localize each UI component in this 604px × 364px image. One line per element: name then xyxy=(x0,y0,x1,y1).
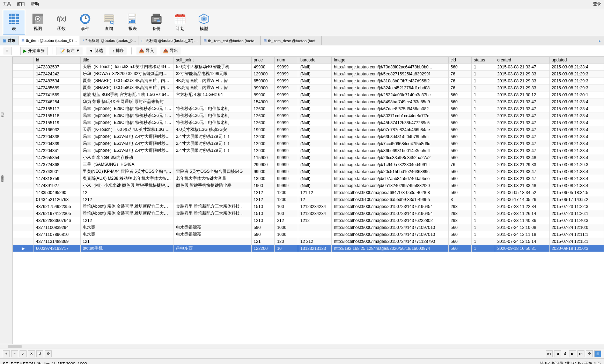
cell-id: 1473155119 xyxy=(34,119,81,126)
cell-updated: 2015-03-08 21:29:3 xyxy=(550,77,604,84)
cell-status: 1 xyxy=(472,175,495,182)
export-button[interactable]: 📤 导出 xyxy=(160,47,181,55)
table-row[interactable]: 1473204338 易丰（Ephone）E61V-B 电 2.4寸大屏限时秒杀… xyxy=(13,133,604,140)
menu-window[interactable]: 窗口 xyxy=(17,1,25,7)
table-row[interactable]: 1472741569 魅族 魅蓝 8GB手机 官方标配 4 核 1.5GHz 6… xyxy=(13,91,604,98)
menu-toggle-button[interactable]: ≡ xyxy=(3,47,12,55)
login-button[interactable]: 登录 xyxy=(593,1,601,7)
tab-untitled-1-label: * 无标题 @taotao (taotao_0... xyxy=(86,38,136,43)
tab-tb-item[interactable]: ⊞ tb_item @taotao (taotao_07... xyxy=(19,36,80,45)
toolbar-query[interactable]: 查询 xyxy=(98,10,120,35)
menu-tools[interactable]: 工具 xyxy=(3,1,11,7)
table-row[interactable]: 1473166932 天语（K-Touch）T60 移动 4.0英寸双核1.3G… xyxy=(13,126,604,133)
col-price[interactable]: price xyxy=(251,57,275,64)
row-indicator xyxy=(13,238,34,245)
table-body: 1472392597 天语（K-Touch）tou ch3 5.0英寸四核移动4… xyxy=(13,64,604,252)
table-row[interactable]: 1472746254 华为 荣耀 畅玩4X 全网通版 原封正品未折封 15490… xyxy=(13,98,604,105)
sort-icon: ↕ xyxy=(112,49,114,53)
last-page-button[interactable]: ⏭ xyxy=(577,350,584,357)
refresh-button[interactable]: ↺ xyxy=(36,350,43,357)
table-row[interactable]: 1474391927 小米（MI）小米米键 颜色贝 智键手机快捷键防尘塞 颜色贝… xyxy=(13,182,604,189)
table-row[interactable]: 01434521126763 1212 1212 1200 12 http://… xyxy=(13,196,604,203)
cell-sell-point: 特价秒杀126元！电信版老机 xyxy=(174,119,251,126)
col-cid[interactable]: cid xyxy=(448,57,472,64)
toolbar-event[interactable]: 事件 xyxy=(74,10,96,35)
toolbar-backup[interactable]: REC 备份 xyxy=(145,10,168,35)
col-status[interactable]: status xyxy=(472,57,495,64)
col-updated[interactable]: updated xyxy=(550,57,604,64)
svg-rect-10 xyxy=(32,14,35,24)
horizontal-scrollbar[interactable] xyxy=(0,344,604,349)
cell-id: 1472746254 xyxy=(34,98,81,105)
table-row[interactable]: 1433500495290 12 1212 1200 121 12 http:/… xyxy=(13,189,604,196)
tab-tb-item-desc[interactable]: ⊞ tb_item_desc @taotao (taot... xyxy=(261,36,322,45)
sort-button[interactable]: ↕ 排序 xyxy=(109,47,127,55)
table-row[interactable]: 1473743901 里奥(NEO) KP-MX4 冒险者 5英寸OGS全贴合屏… xyxy=(13,168,604,175)
cell-created: 2015-03-08 21:33:47 xyxy=(495,105,550,112)
table-row[interactable]: 1473155118 易丰（Ephone）E29C 电信 特价秒杀126元！电信… xyxy=(13,112,604,119)
col-title[interactable]: title xyxy=(80,57,174,64)
tab-object-icon: ▣ xyxy=(3,38,6,43)
filter-button[interactable]: ▼ 筛选 xyxy=(86,47,106,55)
grid-view-button[interactable]: ⊞ xyxy=(594,350,601,357)
col-num[interactable]: num xyxy=(275,57,298,64)
menu-help[interactable]: 帮助 xyxy=(31,1,39,7)
tab-untitled-2[interactable]: □ 无标题 @taotao (taotao_07) ... xyxy=(139,36,201,45)
table-row[interactable]: ▶ 60039743193717 taotao手机 犇电东西 122200 10… xyxy=(13,245,604,252)
table-row[interactable]: 437621974122305 雅培(Abbott) 亲体 金装喜里 雅培新配方… xyxy=(13,210,604,217)
add-row-button[interactable]: + xyxy=(3,350,10,357)
cell-price: 1210 xyxy=(251,217,275,224)
col-barcode[interactable]: barcode xyxy=(298,57,332,64)
next-page-button[interactable]: ▶ xyxy=(569,350,576,357)
table-row[interactable]: 1473204341 易丰（Ephone）E61V-B 电 2.4寸大屏限时秒杀… xyxy=(13,147,604,154)
cell-created: 2015-03-08 21:33:47 xyxy=(495,64,550,70)
table-row[interactable]: 43771131488369 121 121 120 12 212 http:/… xyxy=(13,238,604,245)
page-settings-button[interactable]: ⚙ xyxy=(586,350,593,357)
comment-button[interactable]: 📝 备注 ▼ xyxy=(57,47,83,55)
tab-more[interactable]: ▸ xyxy=(596,36,604,45)
cancel-edit-button[interactable]: ✕ xyxy=(28,350,35,357)
col-created[interactable]: created xyxy=(495,57,550,64)
table-row[interactable]: 1474318759 奥克斯(AUX) M288 移动联 老年机大字体大按键大音… xyxy=(13,175,604,182)
check-button[interactable]: ✓ xyxy=(20,350,27,357)
cell-id: 1473204339 xyxy=(34,140,81,147)
col-sell-point[interactable]: sell_point xyxy=(174,57,251,64)
tab-tb-item-cat[interactable]: ⊞ tb_item_cat @taotao (taota... xyxy=(201,36,261,45)
first-page-button[interactable]: ⏮ xyxy=(546,350,553,357)
toolbar-model[interactable]: 模型 xyxy=(193,10,215,35)
table-row[interactable]: 1472424242 乐华（ROWA）32S200 32 32寸智能新品电视12… xyxy=(13,70,604,77)
table-row[interactable]: 1473724868 三星（SAMSUNG）HG48A 299900 99999… xyxy=(13,161,604,168)
toolbar-func[interactable]: f(x) 函数 xyxy=(50,10,73,35)
col-id[interactable]: id xyxy=(34,57,81,64)
table-row[interactable]: 43771100839294 电水壶 电水壶很漂亮 590 1000 http:… xyxy=(13,224,604,231)
delete-row-button[interactable]: − xyxy=(11,350,18,357)
table-row[interactable]: 1472485689 夏普（SHARP）LCD-58U3 4K高清画质，内置WI… xyxy=(13,84,604,91)
tab-object[interactable]: ▣ 对象 xyxy=(0,36,19,45)
toolbar-report[interactable]: 报表 xyxy=(121,10,144,35)
table-row[interactable]: 43771107896810 电水壶 电水壶很漂亮 590 1000 http:… xyxy=(13,231,604,238)
scrollbar-thumb[interactable] xyxy=(8,345,22,348)
toolbar-plan[interactable]: 计划 xyxy=(169,10,191,35)
begin-transaction-button[interactable]: ▶ 开始事务 xyxy=(20,47,48,55)
data-table-wrapper[interactable]: id title sell_point price num barcode im… xyxy=(13,57,604,344)
table-row[interactable]: 437621754922355 雅培(Abbott) 亲体 金装喜里 雅培新配方… xyxy=(13,203,604,210)
table-row[interactable]: 1473155117 易丰（Ephone）E29C 电信 特价秒杀126元！电信… xyxy=(13,105,604,112)
import-button[interactable]: 📥 导入 xyxy=(136,47,157,55)
table-row[interactable]: 1472392597 天语（K-Touch）tou ch3 5.0英寸四核移动4… xyxy=(13,64,604,70)
table-row[interactable]: 1473655354 小米 红米Note 8G内存移动 115900 99999… xyxy=(13,154,604,161)
cell-sell-point: 32寸智能新品电视1299元限 xyxy=(174,70,251,77)
cell-num: 1000 xyxy=(275,231,298,238)
cell-price: 1212 xyxy=(251,196,275,203)
settings-row-button[interactable]: ⚙ xyxy=(45,350,52,357)
table-row[interactable]: 437622883607646 1212 1210 212 1212 http:… xyxy=(13,217,604,224)
table-row[interactable]: 1473204339 易丰（Ephone）E61V-B 电 2.4寸大屏限时秒杀… xyxy=(13,140,604,147)
cell-updated: 2015-03-08 21:33:4 xyxy=(550,64,604,70)
row-indicator xyxy=(13,64,34,70)
toolbar-table[interactable]: 表 xyxy=(3,10,25,35)
table-row[interactable]: 1472483534 夏普（SHARP）LCD-50U3 4K高清画质，内置WI… xyxy=(13,77,604,84)
tab-untitled-1[interactable]: * * 无标题 @taotao (taotao_0... xyxy=(80,36,139,45)
table-row[interactable]: 1473155119 易丰（Ephone）E29C 电信 特价秒杀126元！电信… xyxy=(13,119,604,126)
prev-page-button[interactable]: ◀ xyxy=(554,350,561,357)
col-image[interactable]: image xyxy=(332,57,448,64)
toolbar-view[interactable]: 视图 xyxy=(27,10,49,35)
